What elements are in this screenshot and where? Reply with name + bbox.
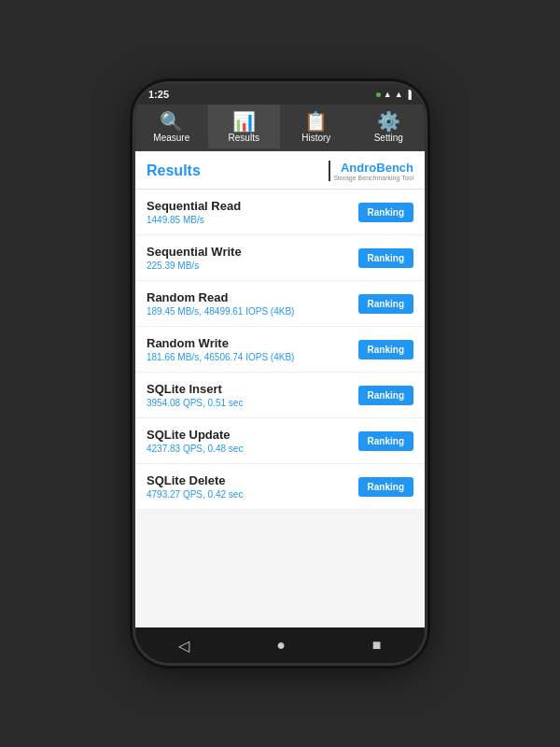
ranking-button[interactable]: Ranking bbox=[358, 477, 413, 497]
measure-icon: 🔍 bbox=[160, 112, 183, 131]
ranking-button[interactable]: Ranking bbox=[358, 340, 413, 359]
tab-setting-label: Setting bbox=[374, 133, 403, 143]
benchmark-name: Random Write bbox=[147, 336, 358, 350]
benchmark-name: SQLite Delete bbox=[147, 473, 358, 487]
history-icon: 📋 bbox=[304, 112, 328, 131]
benchmark-name: SQLite Insert bbox=[147, 382, 358, 396]
setting-icon: ⚙️ bbox=[377, 112, 400, 131]
benchmark-value: 3954.08 QPS, 0.51 sec bbox=[147, 398, 358, 408]
benchmark-info: Sequential Read 1449.85 MB/s bbox=[147, 199, 358, 225]
list-item: SQLite Update 4237.83 QPS, 0.48 sec Rank… bbox=[135, 418, 425, 464]
tab-measure[interactable]: 🔍 Measure bbox=[135, 105, 208, 151]
ranking-button[interactable]: Ranking bbox=[358, 386, 413, 405]
list-item: Random Read 189.45 MB/s, 48499.61 IOPS (… bbox=[135, 281, 425, 327]
ranking-button[interactable]: Ranking bbox=[358, 203, 413, 222]
androbench-name: AndroBench bbox=[341, 161, 413, 175]
ranking-button[interactable]: Ranking bbox=[358, 294, 413, 314]
tab-history[interactable]: 📋 History bbox=[280, 105, 353, 151]
benchmark-info: SQLite Update 4237.83 QPS, 0.48 sec bbox=[147, 428, 358, 454]
list-item: SQLite Insert 3954.08 QPS, 0.51 sec Rank… bbox=[135, 373, 425, 418]
list-item: Sequential Read 1449.85 MB/s Ranking bbox=[135, 190, 425, 235]
tab-history-label: History bbox=[301, 133, 330, 143]
androbench-brand: AndroBench Storage Benchmarking Tool bbox=[333, 161, 413, 181]
wifi-icon: ▲ bbox=[384, 90, 392, 99]
back-button[interactable]: ◁ bbox=[178, 637, 189, 655]
phone-frame: 1:25 ▲ ▲ ▐ 🔍 Measure 📊 Results 📋 History… bbox=[135, 84, 425, 663]
recents-button[interactable]: ■ bbox=[372, 637, 382, 654]
benchmark-info: Sequential Write 225.39 MB/s bbox=[147, 245, 358, 271]
tab-results-label: Results bbox=[229, 133, 259, 143]
results-title: Results bbox=[147, 162, 201, 179]
benchmark-value: 4237.83 QPS, 0.48 sec bbox=[147, 444, 358, 454]
benchmark-info: Random Write 181.66 MB/s, 46506.74 IOPS … bbox=[147, 336, 358, 362]
benchmark-value: 225.39 MB/s bbox=[147, 261, 358, 271]
results-icon: 📊 bbox=[232, 112, 256, 131]
battery-icon: ▐ bbox=[406, 90, 412, 99]
benchmark-info: SQLite Delete 4793.27 QPS, 0.42 sec bbox=[147, 473, 358, 500]
benchmark-name: SQLite Update bbox=[147, 428, 358, 442]
signal-dot-icon bbox=[376, 92, 381, 97]
benchmark-name: Random Read bbox=[147, 290, 358, 304]
tab-measure-label: Measure bbox=[153, 133, 189, 143]
home-button[interactable]: ● bbox=[276, 637, 286, 654]
benchmark-info: Random Read 189.45 MB/s, 48499.61 IOPS (… bbox=[147, 290, 358, 317]
screen-content: Results AndroBench Storage Benchmarking … bbox=[135, 151, 425, 627]
androbench-subtitle: Storage Benchmarking Tool bbox=[333, 175, 413, 181]
benchmark-value: 189.45 MB/s, 48499.61 IOPS (4KB) bbox=[147, 306, 358, 317]
ranking-button[interactable]: Ranking bbox=[358, 431, 413, 451]
signal-icon: ▲ bbox=[395, 90, 403, 99]
status-icons: ▲ ▲ ▐ bbox=[376, 90, 412, 99]
logo-blue-text: Andro bbox=[341, 161, 376, 175]
list-item: Random Write 181.66 MB/s, 46506.74 IOPS … bbox=[135, 327, 425, 373]
benchmark-value: 181.66 MB/s, 46506.74 IOPS (4KB) bbox=[147, 352, 358, 362]
results-header: Results AndroBench Storage Benchmarking … bbox=[135, 151, 425, 190]
tab-results[interactable]: 📊 Results bbox=[208, 105, 281, 151]
status-bar: 1:25 ▲ ▲ ▐ bbox=[135, 84, 425, 105]
benchmark-value: 4793.27 QPS, 0.42 sec bbox=[147, 489, 358, 500]
benchmark-name: Sequential Write bbox=[147, 245, 358, 259]
benchmark-value: 1449.85 MB/s bbox=[147, 215, 358, 225]
androbench-logo: AndroBench Storage Benchmarking Tool bbox=[329, 161, 413, 181]
logo-black-text: Bench bbox=[376, 161, 413, 175]
tab-setting[interactable]: ⚙️ Setting bbox=[353, 105, 426, 151]
list-item: SQLite Delete 4793.27 QPS, 0.42 sec Rank… bbox=[135, 464, 425, 510]
benchmark-name: Sequential Read bbox=[147, 199, 358, 213]
ranking-button[interactable]: Ranking bbox=[358, 248, 413, 268]
nav-tabs: 🔍 Measure 📊 Results 📋 History ⚙️ Setting bbox=[135, 105, 425, 151]
bottom-nav-bar: ◁ ● ■ bbox=[135, 627, 425, 663]
benchmark-info: SQLite Insert 3954.08 QPS, 0.51 sec bbox=[147, 382, 358, 408]
benchmark-list: Sequential Read 1449.85 MB/s Ranking Seq… bbox=[135, 190, 425, 627]
logo-bar-icon bbox=[329, 161, 330, 181]
status-time: 1:25 bbox=[148, 89, 169, 100]
list-item: Sequential Write 225.39 MB/s Ranking bbox=[135, 235, 425, 281]
